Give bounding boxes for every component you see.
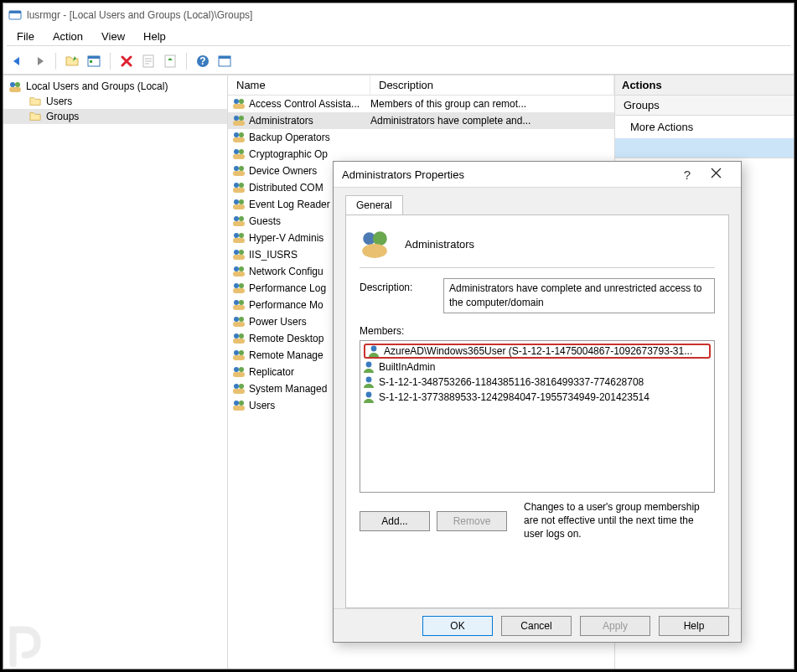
group-icon (231, 365, 246, 379)
col-description[interactable]: Description (370, 75, 614, 95)
description-input[interactable]: Administrators have complete and unrestr… (443, 278, 715, 313)
list-row[interactable]: AdministratorsAdministrators have comple… (228, 112, 614, 129)
group-icon (231, 349, 246, 362)
toolbar: ? (3, 48, 794, 75)
actions-header: Actions (615, 75, 794, 96)
group-icon (231, 332, 246, 345)
close-icon[interactable] (699, 168, 732, 181)
list-row[interactable]: Access Control Assista...Members of this… (228, 96, 614, 112)
user-icon (362, 390, 375, 404)
window-title: lusrmgr - [Local Users and Groups (Local… (27, 9, 252, 21)
svg-rect-17 (219, 56, 230, 59)
list-header: Name Description (228, 75, 614, 96)
calendar-icon[interactable] (85, 52, 103, 70)
menu-view[interactable]: View (93, 28, 133, 44)
delete-icon[interactable] (117, 52, 136, 70)
group-icon (231, 131, 246, 144)
tree-groups[interactable]: Groups (3, 109, 227, 124)
actions-more[interactable]: More Actions (615, 116, 794, 138)
actions-selected[interactable] (615, 138, 794, 158)
group-icon (231, 315, 246, 328)
user-icon (362, 375, 375, 389)
group-icon (231, 282, 246, 295)
group-icon (231, 265, 246, 278)
membership-note: Changes to a user's group membership are… (514, 501, 715, 540)
group-icon (231, 248, 246, 261)
back-icon[interactable] (8, 52, 27, 70)
properties-dialog: Administrators Properties ? General Admi… (333, 161, 742, 643)
add-button[interactable]: Add... (360, 511, 430, 531)
svg-rect-10 (88, 56, 100, 59)
user-icon (367, 344, 380, 358)
svg-rect-13 (165, 55, 175, 67)
ok-button[interactable]: OK (422, 616, 493, 636)
folder-icon (28, 111, 42, 122)
member-row[interactable]: BuiltInAdmin (362, 359, 712, 375)
member-row[interactable]: S-1-12-1-348753266-1184385116-3816499337… (362, 375, 712, 390)
group-icon (231, 164, 246, 178)
group-icon (360, 229, 390, 259)
new-folder-icon[interactable] (63, 52, 81, 70)
tab-general[interactable]: General (345, 195, 403, 215)
group-icon (231, 114, 246, 127)
properties-icon[interactable] (139, 52, 158, 70)
view-icon[interactable] (215, 52, 234, 70)
title-bar[interactable]: lusrmgr - [Local Users and Groups (Local… (3, 3, 794, 27)
members-listbox[interactable]: AzureAD\Windows365User (S-1-12-1-1475004… (360, 340, 715, 493)
list-row[interactable]: Cryptographic Op (228, 146, 614, 163)
menu-bar: File Action View Help (3, 27, 794, 45)
remove-button[interactable]: Remove (437, 511, 507, 531)
tab-panel: Administrators Description: Administrato… (345, 215, 729, 608)
description-label: Description: (360, 278, 443, 293)
group-icon (231, 399, 246, 412)
tree-pane: Local Users and Groups (Local) Users Gro… (3, 75, 228, 669)
group-icon (231, 147, 246, 161)
menu-file[interactable]: File (8, 28, 43, 44)
group-icon (231, 231, 246, 245)
user-icon (362, 360, 375, 374)
group-icon (231, 198, 246, 211)
folder-icon (28, 96, 42, 107)
help-icon[interactable]: ? (194, 52, 212, 70)
forward-icon[interactable] (30, 52, 49, 70)
members-label: Members: (360, 325, 715, 337)
tree-root[interactable]: Local Users and Groups (Local) (3, 79, 227, 94)
member-row[interactable]: S-1-12-1-3773889533-1242984047-195573494… (362, 390, 712, 405)
actions-groups[interactable]: Groups (615, 96, 794, 116)
menu-action[interactable]: Action (44, 28, 91, 44)
dialog-title: Administrators Properties (342, 168, 675, 181)
menu-help[interactable]: Help (135, 28, 174, 44)
divider (7, 45, 790, 46)
cancel-button[interactable]: Cancel (501, 616, 572, 636)
dialog-help-icon[interactable]: ? (675, 168, 699, 182)
list-row[interactable]: Backup Operators (228, 129, 614, 146)
svg-rect-11 (90, 60, 92, 63)
help-button[interactable]: Help (659, 616, 729, 636)
group-icon (231, 298, 246, 312)
group-icon (231, 215, 246, 228)
group-icon (231, 97, 246, 111)
tree-users[interactable]: Users (3, 94, 227, 109)
member-row[interactable]: AzureAD\Windows365User (S-1-12-1-1475004… (364, 344, 711, 359)
col-name[interactable]: Name (228, 75, 370, 95)
svg-text:?: ? (199, 55, 205, 67)
mmc-icon (8, 80, 22, 92)
group-name: Administrators (405, 238, 474, 251)
dialog-footer: OK Cancel Apply Help (334, 608, 741, 642)
mmc-icon (8, 8, 22, 22)
group-icon (231, 382, 246, 395)
dialog-titlebar[interactable]: Administrators Properties ? (334, 162, 741, 187)
group-icon (231, 181, 246, 194)
export-icon[interactable] (161, 52, 179, 70)
apply-button[interactable]: Apply (580, 616, 650, 636)
